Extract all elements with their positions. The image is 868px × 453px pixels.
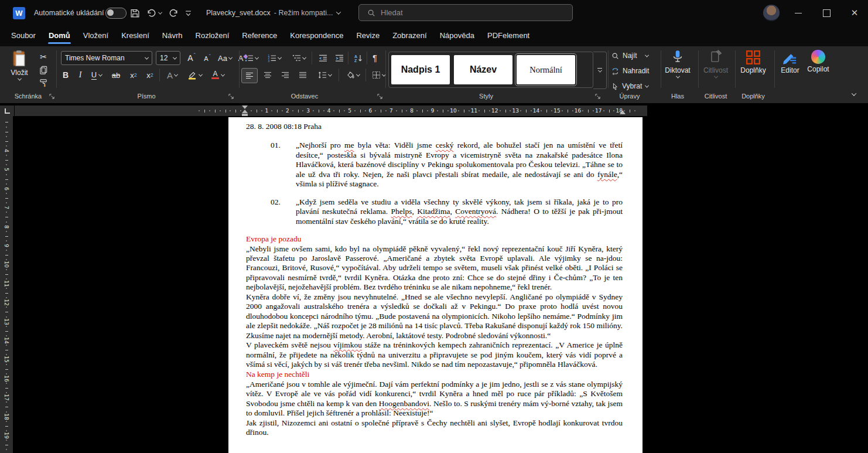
style-nadpis-1[interactable]: Nadpis 1: [391, 55, 450, 84]
align-center-button[interactable]: [260, 69, 275, 81]
copy-button[interactable]: [36, 64, 50, 76]
ruler-dot: [582, 110, 583, 111]
replace-label: Nahradit: [623, 67, 649, 75]
dictate-button[interactable]: Diktovat: [662, 50, 693, 79]
line-spacing-button[interactable]: [314, 69, 335, 81]
search-input[interactable]: Hledat: [358, 4, 573, 21]
redo-icon[interactable]: [169, 0, 179, 26]
clipboard-dialog-launcher-icon[interactable]: [49, 94, 55, 100]
tab-korespondence[interactable]: Korespondence: [283, 26, 350, 45]
document-content[interactable]: 28. 8. 2008 08:18 Praha01.„Nejhorší pro …: [246, 122, 623, 438]
editor-button[interactable]: Editor: [777, 50, 804, 74]
save-icon[interactable]: [130, 0, 140, 26]
first-line-indent-marker[interactable]: [242, 105, 248, 109]
ruler-number: 13: [512, 108, 518, 114]
show-formatting-marks-button[interactable]: ¶: [368, 52, 382, 64]
paragraph-dialog-launcher-icon[interactable]: [377, 94, 383, 100]
ruler-dot: [6, 136, 7, 137]
justify-button[interactable]: [295, 69, 310, 81]
italic-button[interactable]: I: [75, 69, 86, 81]
decrease-indent-button[interactable]: [315, 52, 330, 64]
shading-button[interactable]: [342, 69, 363, 81]
doc-block-body: V plaveckém světě nejsou víjimkou stáže …: [246, 340, 623, 369]
document-title[interactable]: Plavecky_svet.docx - Režim kompati...: [206, 0, 340, 26]
text-run: Evropa je pozadu: [246, 234, 301, 243]
style-normalni[interactable]: Normální: [517, 55, 575, 84]
tab-zobrazeni[interactable]: Zobrazení: [386, 26, 433, 45]
paragraph-group-label: Odstavec: [275, 93, 334, 100]
svg-text:A: A: [354, 55, 357, 59]
vertical-ruler[interactable]: 45678910111213141516171819: [0, 116, 13, 453]
ruler-number: 5: [348, 108, 351, 114]
misspelled-word: ceský: [436, 141, 454, 149]
superscript-button[interactable]: x2: [143, 69, 157, 81]
shrink-font-button[interactable]: Aˇ: [200, 53, 214, 64]
underline-button[interactable]: U: [88, 69, 105, 81]
addins-button[interactable]: Doplňky: [737, 50, 770, 74]
undo-icon[interactable]: [146, 0, 162, 26]
subscript-button[interactable]: x2: [127, 69, 141, 81]
change-case-button[interactable]: Aa: [216, 52, 234, 64]
strikethrough-button[interactable]: ab: [109, 69, 123, 81]
font-name-value: Times New Roman: [65, 54, 125, 62]
ruler-dot: [6, 364, 7, 365]
collapse-ribbon-icon[interactable]: [848, 90, 860, 99]
font-color-button[interactable]: A: [207, 69, 228, 81]
undo-dropdown-icon[interactable]: [158, 10, 162, 14]
font-dialog-launcher-icon[interactable]: [228, 94, 234, 100]
select-button[interactable]: Vybrat: [611, 80, 658, 92]
close-button[interactable]: ✕: [841, 0, 868, 26]
autosave-toggle[interactable]: [105, 0, 127, 26]
ruler-number: 16: [4, 375, 9, 382]
numbering-button[interactable]: 123: [265, 52, 283, 64]
text-effects-button[interactable]: A: [163, 69, 182, 81]
quick-access-overflow-icon[interactable]: [185, 0, 192, 26]
tab-revize[interactable]: Revize: [350, 26, 386, 45]
ruler-number: 5: [4, 168, 9, 172]
tab-pdfelement[interactable]: PDFelement: [481, 26, 536, 45]
highlight-color-button[interactable]: [184, 69, 205, 81]
find-button[interactable]: Najít: [611, 50, 658, 62]
format-painter-button[interactable]: [36, 77, 50, 88]
replace-button[interactable]: Nahradit: [611, 65, 658, 77]
align-left-button[interactable]: [241, 68, 258, 83]
tab-domu[interactable]: Domů: [42, 26, 77, 45]
document-page[interactable]: 28. 8. 2008 08:18 Praha01.„Nejhorší pro …: [228, 117, 643, 453]
tab-kresleni[interactable]: Kreslení: [115, 26, 156, 45]
tab-reference[interactable]: Reference: [235, 26, 283, 45]
avatar[interactable]: [763, 5, 780, 21]
bullets-button[interactable]: [242, 52, 260, 64]
styles-dialog-launcher-icon[interactable]: [595, 94, 601, 100]
copilot-icon: [811, 50, 825, 64]
styles-gallery-more-button[interactable]: [593, 52, 607, 89]
increase-indent-button[interactable]: [332, 52, 347, 64]
paste-button[interactable]: Vložit: [6, 50, 33, 81]
tab-stop-selector[interactable]: [0, 105, 14, 116]
font-size-combo[interactable]: 12: [156, 51, 180, 65]
sensitivity-group-label: Citlivost: [699, 93, 732, 100]
font-name-combo[interactable]: Times New Roman: [61, 51, 152, 65]
bold-button[interactable]: B: [60, 69, 71, 81]
ruler-number: 12: [4, 299, 9, 305]
tab-soubor[interactable]: Soubor: [5, 26, 42, 45]
align-right-button[interactable]: [278, 69, 293, 81]
ruler-number: 4: [4, 149, 9, 152]
multilevel-list-button[interactable]: [289, 52, 308, 64]
tab-napoveda[interactable]: Nápověda: [433, 26, 481, 45]
grow-font-button[interactable]: Aˆ: [184, 52, 199, 64]
word-logo-icon[interactable]: W: [13, 0, 25, 26]
tab-navrh[interactable]: Návrh: [156, 26, 189, 45]
copilot-button[interactable]: Copilot: [804, 50, 833, 73]
ruler-dot: [6, 316, 7, 318]
title-dropdown-icon[interactable]: [336, 9, 340, 14]
left-indent-marker[interactable]: [242, 114, 248, 116]
maximize-button[interactable]: [813, 0, 840, 26]
tab-vlozeni[interactable]: Vložení: [77, 26, 115, 45]
minimize-button[interactable]: [785, 0, 812, 26]
tab-rozlozeni[interactable]: Rozložení: [189, 26, 236, 45]
horizontal-ruler[interactable]: 123456789101112131415161718: [15, 105, 647, 116]
cut-button[interactable]: ✂: [36, 51, 50, 63]
style-nazev[interactable]: Název: [454, 55, 512, 84]
sort-button[interactable]: AZ: [350, 52, 367, 64]
hanging-indent-marker[interactable]: [242, 110, 248, 113]
